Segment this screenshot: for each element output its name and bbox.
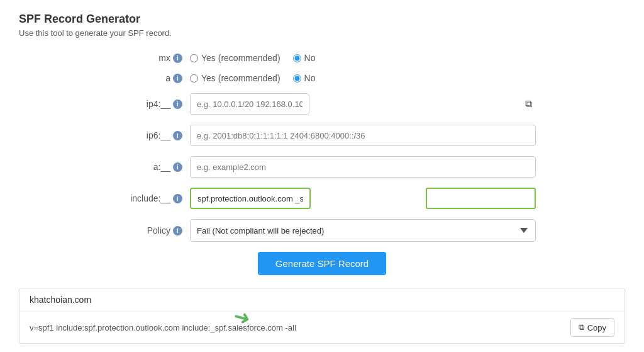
ip4-input-wrapper: ⧉ — [190, 93, 536, 115]
result-area: khatchoian.com ➜ v=spf1 include:spf.prot… — [19, 288, 625, 344]
policy-row: Policy i Fail (Not compliant will be rej… — [108, 219, 536, 242]
policy-select[interactable]: Fail (Not compliant will be rejected) — [190, 219, 536, 242]
include-input-wrapper — [190, 188, 536, 209]
page-container: SPF Record Generator Use this tool to ge… — [0, 0, 644, 352]
mx-label: mx i — [108, 53, 190, 63]
ip4-row: ip4:__ i ⧉ — [108, 93, 536, 115]
ip4-input[interactable] — [190, 93, 309, 115]
copy-icon: ⧉ — [579, 322, 584, 332]
result-domain: khatchoian.com — [19, 288, 625, 312]
mx-no-option[interactable]: No — [293, 53, 316, 63]
a-no-option[interactable]: No — [293, 73, 316, 83]
include-row: include:__ i — [108, 188, 536, 209]
a-field-input[interactable] — [190, 156, 536, 178]
ip6-input[interactable] — [190, 125, 536, 146]
result-record-row: ➜ v=spf1 include:spf.protection.outlook.… — [19, 312, 625, 343]
ip4-label: ip4:__ i — [108, 99, 190, 109]
mx-row: mx i Yes (recommended) No — [108, 53, 536, 63]
a-radio-group: Yes (recommended) No — [190, 73, 536, 83]
copy-button[interactable]: ⧉ Copy — [570, 318, 614, 337]
ip4-copy-inside-icon[interactable]: ⧉ — [525, 98, 532, 110]
ip6-row: ip6:__ i — [108, 125, 536, 146]
mx-yes-option[interactable]: Yes (recommended) — [190, 53, 280, 63]
include-label: include:__ i — [108, 193, 190, 203]
generate-row: Generate SPF Record — [108, 252, 536, 275]
a-no-radio[interactable] — [293, 74, 301, 82]
ip6-info-icon[interactable]: i — [173, 131, 182, 140]
a-field-label: a:__ i — [108, 162, 190, 172]
a-row: a i Yes (recommended) No — [108, 73, 536, 83]
page-title: SPF Record Generator — [19, 13, 625, 26]
mx-yes-radio[interactable] — [190, 54, 198, 62]
mx-info-icon[interactable]: i — [173, 54, 182, 63]
a-label: a i — [108, 73, 190, 83]
ip4-info-icon[interactable]: i — [173, 99, 182, 109]
form-area: mx i Yes (recommended) No a i — [108, 53, 536, 275]
policy-info-icon[interactable]: i — [173, 226, 182, 236]
result-record-text: v=spf1 include:spf.protection.outlook.co… — [30, 323, 564, 332]
page-subtitle: Use this tool to generate your SPF recor… — [19, 28, 625, 38]
include-info-icon[interactable]: i — [173, 194, 182, 203]
mx-no-radio[interactable] — [293, 54, 301, 62]
a-field-info-icon[interactable]: i — [173, 162, 182, 172]
mx-radio-group: Yes (recommended) No — [190, 53, 536, 63]
ip6-label: ip6:__ i — [108, 130, 190, 140]
include-input[interactable] — [190, 188, 311, 209]
include-highlight — [426, 188, 536, 209]
policy-label: Policy i — [108, 225, 190, 236]
a-yes-radio[interactable] — [190, 74, 198, 82]
generate-spf-button[interactable]: Generate SPF Record — [258, 252, 386, 275]
copy-button-label: Copy — [587, 323, 606, 332]
a-info-icon[interactable]: i — [173, 74, 182, 83]
a-yes-option[interactable]: Yes (recommended) — [190, 73, 280, 83]
a-field-row: a:__ i — [108, 156, 536, 178]
